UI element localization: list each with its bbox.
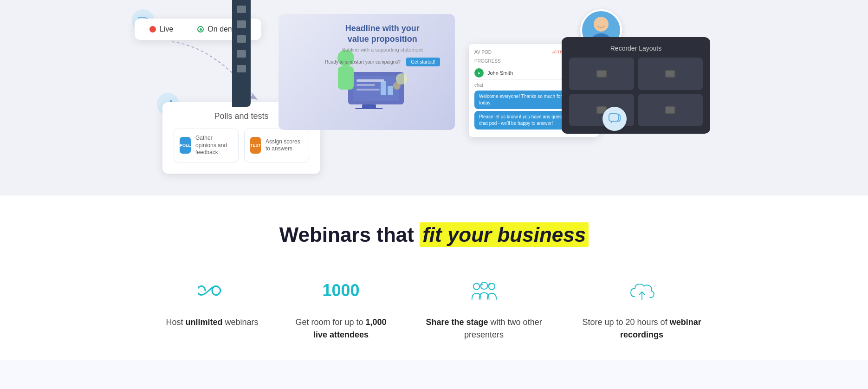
mockup-sub: Subline with a supporting statement (325, 47, 440, 52)
svg-rect-21 (666, 71, 674, 77)
svg-rect-13 (381, 81, 386, 95)
live-attendees-bold: live attendees (313, 330, 369, 339)
test-option: TEST Assign scores to answers (244, 129, 309, 162)
live-option[interactable]: Live (142, 22, 181, 36)
sidebar-mockup (232, 0, 251, 107)
unlimited-bold: unlimited (185, 318, 222, 327)
svg-rect-6 (362, 104, 376, 108)
attendees-text: Get room for up to 1,000 live attendees (295, 316, 386, 341)
svg-rect-10 (356, 79, 384, 82)
sidebar-icon-5 (237, 65, 246, 72)
svg-rect-14 (388, 86, 393, 95)
recorder-thumb-4 (638, 94, 703, 126)
feature-attendees: 1000 Get room for up to 1,000 live atten… (295, 274, 386, 341)
sidebar-icon-1 (237, 6, 246, 13)
presenters-text: Share the stage with two other presenter… (424, 316, 544, 341)
chat-circle-icon (602, 107, 627, 131)
svg-marker-0 (250, 94, 258, 100)
feature-presenters: Share the stage with two other presenter… (424, 274, 544, 341)
feature-recordings: Store up to 20 hours of webinar recordin… (582, 274, 702, 341)
chat-username: John Smith (487, 70, 513, 76)
live-dot (149, 26, 156, 32)
poll-option: POLL Gather opinions and feedback (174, 129, 239, 162)
get-started-button[interactable]: Get started! (406, 58, 440, 66)
test-text: Assign scores to answers (266, 138, 303, 153)
cloud-upload-icon (626, 274, 658, 307)
sidebar-icon-4 (237, 50, 246, 58)
attendees-bold: 1,000 (366, 318, 387, 327)
svg-point-16 (393, 82, 401, 90)
svg-point-17 (594, 17, 609, 32)
mockup-headline: Headline with your value proposition (325, 23, 440, 45)
mockup-headline-area: Headline with your value proposition Sub… (325, 23, 440, 66)
unlimited-text: Host unlimited webinars (166, 316, 258, 329)
test-icon: TEST (250, 137, 261, 154)
svg-rect-26 (609, 114, 618, 121)
recorder-grid (569, 58, 703, 126)
share-bold: Share the stage (426, 318, 488, 327)
recorder-thumb-2 (638, 58, 703, 90)
polls-options: POLL Gather opinions and feedback TEST A… (174, 129, 309, 162)
main-heading: Webinars that fit your business (0, 223, 868, 246)
svg-point-27 (473, 283, 479, 290)
infinity-icon (196, 274, 228, 307)
svg-rect-25 (666, 107, 674, 113)
svg-rect-12 (356, 89, 380, 91)
top-section: Live On demand Polls and tests POLL Gath… (0, 0, 868, 195)
user-avatar: ● (474, 68, 484, 78)
svg-rect-9 (338, 66, 354, 90)
sidebar-icon-3 (237, 35, 246, 43)
feature-unlimited: Host unlimited webinars (166, 274, 258, 329)
recorder-panel: Recorder Layouts (562, 37, 710, 134)
number-icon: 1000 (325, 274, 357, 307)
svg-rect-7 (355, 108, 383, 109)
poll-icon: POLL (180, 137, 191, 154)
poll-text: Gather opinions and feedback (195, 135, 233, 156)
people-icon (468, 274, 500, 307)
big-number: 1000 (322, 281, 359, 300)
features-row: Host unlimited webinars 1000 Get room fo… (0, 274, 868, 341)
svg-rect-19 (597, 71, 606, 77)
heading-start: Webinars that (279, 223, 420, 246)
recordings-text: Store up to 20 hours of webinar recordin… (582, 316, 702, 341)
bottom-section: Webinars that fit your business Host unl… (0, 195, 868, 360)
get-started-area: Ready to jumpstart your campaigns? Get s… (325, 57, 440, 66)
recordings-bold: webinar recordings (620, 318, 701, 339)
recorder-title: Recorder Layouts (569, 45, 703, 52)
heading-highlight: fit your business (420, 222, 589, 247)
sidebar-icon-2 (237, 20, 246, 28)
recorder-thumb-1 (569, 58, 634, 90)
live-label: Live (160, 25, 173, 33)
svg-rect-11 (356, 84, 375, 86)
ondemand-dot (197, 26, 204, 32)
